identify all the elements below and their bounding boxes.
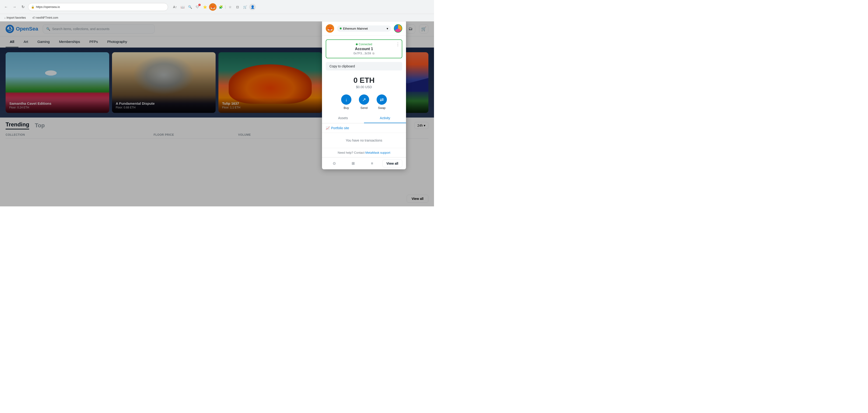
reader-btn[interactable]: 📖 (179, 4, 186, 10)
import-favorites-bookmark[interactable]: ↓ Import favorites (3, 15, 27, 20)
mm-help: Need help? Contact MetaMask support (322, 148, 406, 157)
mm-help-text: Need help? Contact (338, 151, 365, 154)
mm-buy-icon: ↓ (341, 94, 351, 105)
mm-swap-icon: ⇄ (377, 94, 387, 105)
chart-icon: 📈 (326, 126, 330, 130)
mm-tab-assets[interactable]: Assets (322, 113, 364, 123)
address-text: 0x7F3...3c59 (353, 52, 371, 55)
main-content: OpenSea 🔍 Search items, collections, and… (0, 22, 434, 206)
cart-btn[interactable]: 🛒 (242, 4, 248, 10)
security-btn[interactable]: 🛡 ! (194, 4, 201, 10)
mm-account-card: Connected Account 1 0x7F3...3c59 ⧉ ⋮ (326, 39, 402, 58)
mm-nft-icon[interactable]: ⊞ (345, 159, 362, 167)
mm-eth-amount: 0 ETH (326, 76, 402, 85)
connected-label: Connected (359, 43, 372, 46)
reload-button[interactable]: ↻ (20, 4, 26, 10)
bookmarks-bar: ↓ Import favorites 🏷 nextNFTmint.com (0, 14, 434, 22)
mm-header: 🦊 Ethereum Mainnet ▾ (322, 22, 406, 36)
mm-account-address: 0x7F3...3c59 ⧉ (330, 52, 398, 55)
mm-portfolio-link[interactable]: 📈 Portfolio site (322, 123, 406, 133)
puzzle-btn[interactable]: 🧩 (217, 4, 224, 10)
lock-icon: 🔒 (31, 5, 34, 9)
metamask-popup: 🦊 Ethereum Mainnet ▾ Connected Account 1… (322, 22, 406, 169)
mm-usd-amount: $0.00 USD (326, 85, 402, 89)
nextnft-label: nextNFTmint.com (36, 16, 58, 19)
mm-home-icon[interactable]: ⊙ (326, 159, 343, 167)
mm-network-dot (340, 28, 342, 29)
mm-buy-btn[interactable]: ↓ Buy (341, 94, 351, 109)
mm-buy-label: Buy (344, 106, 349, 109)
mm-account-name: Account 1 (330, 47, 398, 51)
star-ext-btn[interactable]: ⭐ (202, 4, 208, 10)
address-bar[interactable]: 🔒 https://opensea.io (28, 3, 168, 11)
mm-activity-icon[interactable]: ≡ (364, 160, 380, 167)
nextnft-icon: 🏷 (32, 16, 35, 19)
mm-send-label: Send (361, 106, 368, 109)
browser-chrome: ← → ↻ 🔒 https://opensea.io A↑ 📖 🔍 🛡 ! ⭐ … (0, 0, 434, 14)
mm-send-btn[interactable]: ↗ Send (359, 94, 369, 109)
chevron-down-icon: ▾ (386, 27, 388, 30)
url-text: https://opensea.io (36, 5, 60, 9)
mm-more-button[interactable]: ⋮ (396, 42, 400, 47)
browser-extensions: A↑ 📖 🔍 🛡 ! ⭐ 🦊 🧩 | ☆ ⊡ 🛒 👤 (172, 3, 256, 11)
connected-badge: Connected (330, 43, 398, 46)
mm-portfolio-label: Portfolio site (331, 126, 349, 130)
connected-dot (356, 43, 358, 45)
forward-button[interactable]: → (11, 4, 18, 10)
mm-fox-icon: 🦊 (326, 24, 334, 33)
mm-swap-label: Swap (378, 106, 386, 109)
mm-balance: 0 ETH $0.00 USD (322, 72, 406, 93)
search-ext-btn[interactable]: 🔍 (187, 4, 193, 10)
mm-network-select[interactable]: Ethereum Mainnet ▾ (337, 25, 391, 32)
mm-actions: ↓ Buy ↗ Send ⇄ Swap (322, 93, 406, 113)
mm-tabs: Assets Activity (322, 113, 406, 123)
profile-btn[interactable]: 👤 (249, 4, 256, 10)
mm-view-all-button[interactable]: View all (382, 160, 402, 167)
mm-swap-btn[interactable]: ⇄ Swap (377, 94, 387, 109)
nextnftmint-bookmark[interactable]: 🏷 nextNFTmint.com (31, 15, 60, 20)
metamask-fox-button[interactable]: 🦊 (209, 3, 217, 11)
mm-network-label: Ethereum Mainnet (343, 27, 368, 30)
fullscreen-btn[interactable]: ⊡ (234, 4, 241, 10)
mm-send-icon: ↗ (359, 94, 369, 105)
mm-user-avatar[interactable] (394, 24, 402, 33)
mm-bottom-bar: ⊙ ⊞ ≡ View all (322, 157, 406, 169)
mm-no-transactions: You have no transactions (322, 133, 406, 148)
translate-btn[interactable]: A↑ (172, 4, 178, 10)
import-label: Import favorites (6, 16, 26, 19)
mm-help-link[interactable]: MetaMask support (365, 151, 391, 154)
bookmark-btn[interactable]: ☆ (227, 4, 233, 10)
mm-tab-activity[interactable]: Activity (364, 113, 406, 123)
import-icon: ↓ (4, 16, 6, 19)
back-button[interactable]: ← (3, 4, 9, 10)
address-copy-icon[interactable]: ⧉ (372, 52, 374, 55)
copy-to-clipboard-button[interactable]: Copy to clipboard (326, 62, 402, 70)
